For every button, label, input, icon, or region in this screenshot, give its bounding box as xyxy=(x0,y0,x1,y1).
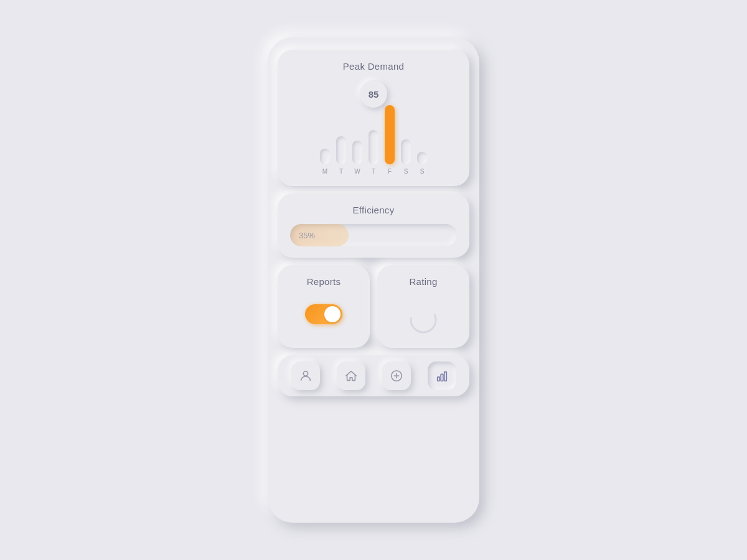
bar-item: M xyxy=(320,149,330,175)
reports-title: Reports xyxy=(307,276,341,287)
peak-demand-card: Peak Demand 85 MTWTFSS xyxy=(278,50,469,186)
bar xyxy=(417,152,427,164)
phone-frame: Peak Demand 85 MTWTFSS Efficiency 35% Re… xyxy=(268,37,479,523)
rating-card: Rating xyxy=(377,265,469,348)
bar xyxy=(401,139,411,164)
nav-home-button[interactable] xyxy=(337,362,365,390)
svg-rect-5 xyxy=(437,377,439,381)
rating-title: Rating xyxy=(409,276,437,287)
bar-label: S xyxy=(404,168,408,175)
chart-area: 85 MTWTFSS xyxy=(290,80,457,175)
bar-label: T xyxy=(372,168,375,175)
rating-arc xyxy=(408,304,439,335)
plus-icon xyxy=(390,369,403,383)
bar-label: W xyxy=(354,168,360,175)
bars-container: MTWTFSS xyxy=(317,113,430,175)
efficiency-title: Efficiency xyxy=(290,205,457,215)
bar xyxy=(336,136,346,164)
bar xyxy=(320,149,330,164)
toggle-knob xyxy=(324,306,341,322)
svg-rect-7 xyxy=(444,372,446,381)
nav-profile-button[interactable] xyxy=(291,362,320,390)
bar-item: F xyxy=(385,105,395,175)
bar-active xyxy=(385,105,395,164)
bar-label: M xyxy=(322,168,327,175)
nav-bar xyxy=(278,355,469,396)
progress-label: 35% xyxy=(299,231,315,240)
svg-point-1 xyxy=(303,371,308,376)
reports-card: Reports xyxy=(278,265,370,348)
nav-chart-button[interactable] xyxy=(428,362,456,390)
chart-icon xyxy=(435,369,449,383)
bottom-row: Reports Rating xyxy=(278,265,469,348)
home-icon xyxy=(344,369,358,383)
bar-item: T xyxy=(369,130,378,175)
peak-demand-title: Peak Demand xyxy=(290,61,457,72)
bar xyxy=(369,130,378,164)
peak-value-badge: 85 xyxy=(360,80,387,108)
nav-add-button[interactable] xyxy=(382,362,411,390)
bar xyxy=(352,141,362,164)
profile-icon xyxy=(299,369,312,383)
bar-item: W xyxy=(352,141,362,175)
bar-label: T xyxy=(339,168,343,175)
reports-toggle[interactable] xyxy=(305,304,342,324)
svg-rect-6 xyxy=(441,374,443,381)
bar-label: S xyxy=(420,168,425,175)
progress-track: 35% xyxy=(290,224,457,246)
efficiency-card: Efficiency 35% xyxy=(278,194,469,258)
bar-label: F xyxy=(388,168,392,175)
bar-item: T xyxy=(336,136,346,175)
bar-item: S xyxy=(401,139,411,175)
svg-point-0 xyxy=(411,307,436,332)
bar-item: S xyxy=(417,152,427,175)
